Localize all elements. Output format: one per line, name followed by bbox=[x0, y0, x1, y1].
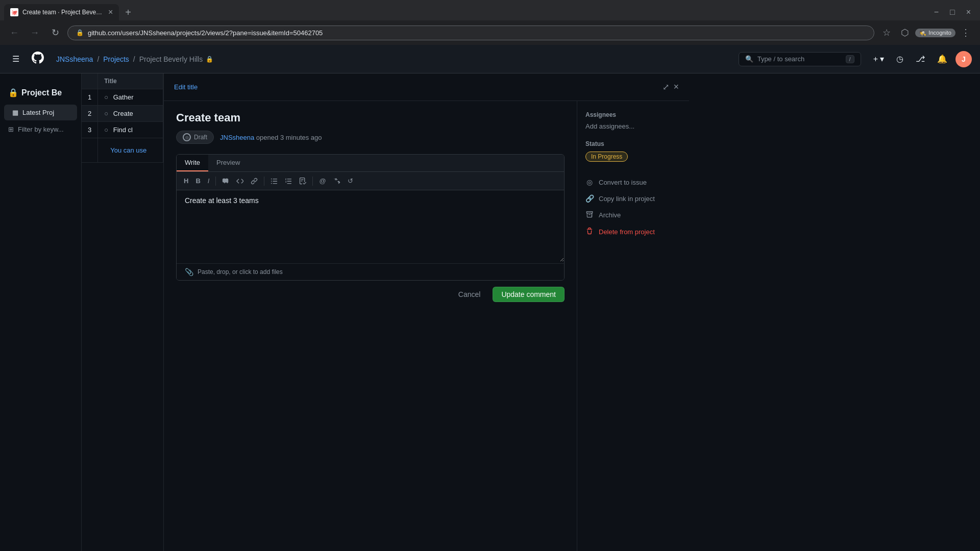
row-title-2[interactable]: ○ Create bbox=[98, 106, 163, 122]
github-logo[interactable] bbox=[32, 52, 44, 67]
editor-textarea[interactable]: Create at least 3 teams bbox=[177, 190, 564, 262]
convert-icon: ◎ bbox=[585, 178, 594, 186]
assignees-label: Assignees bbox=[585, 111, 681, 118]
archive-icon bbox=[585, 211, 594, 219]
convert-to-issue-action[interactable]: ◎ Convert to issue bbox=[585, 174, 681, 190]
write-tab[interactable]: Write bbox=[177, 155, 208, 171]
hamburger-icon: ☰ bbox=[12, 54, 19, 64]
issue-meta: ◎ Draft JNSsheena opened 3 minutes ago bbox=[176, 131, 565, 144]
mention-button[interactable]: @ bbox=[316, 175, 329, 187]
detail-body: Create team ◎ Draft JNSsheena opened 3 m… bbox=[164, 101, 689, 551]
project-header: 🔒 Project Be bbox=[0, 82, 81, 104]
star-button[interactable]: ☆ bbox=[878, 24, 895, 41]
cancel-button[interactable]: Cancel bbox=[452, 287, 487, 302]
issue-author[interactable]: JNSsheena bbox=[220, 134, 254, 141]
expand-button[interactable]: ⤢ bbox=[663, 82, 669, 92]
tab-favicon: 🐙 bbox=[10, 8, 18, 16]
trash-icon bbox=[585, 228, 594, 236]
forward-button[interactable]: → bbox=[27, 24, 43, 41]
status-badge[interactable]: In Progress bbox=[585, 152, 681, 162]
address-bar[interactable]: 🔒 github.com/users/JNSsheena/projects/2/… bbox=[67, 26, 874, 40]
quote-button[interactable] bbox=[219, 176, 232, 187]
add-item-row[interactable]: You can use bbox=[82, 138, 163, 163]
status-section: Status In Progress bbox=[585, 140, 681, 162]
maximize-button[interactable]: □ bbox=[945, 6, 960, 19]
copy-link-action[interactable]: 🔗 Copy link in project bbox=[585, 190, 681, 207]
archive-label: Archive bbox=[599, 211, 621, 219]
project-title-text: Project Be bbox=[21, 88, 62, 97]
table-row[interactable]: 1 ○ Gather bbox=[82, 89, 163, 106]
table-row[interactable]: 3 ○ Find cl bbox=[82, 122, 163, 138]
item-icon-1: ○ bbox=[104, 93, 108, 101]
table-row[interactable]: 2 ○ Create bbox=[82, 106, 163, 122]
preview-tab[interactable]: Preview bbox=[208, 155, 248, 171]
header-actions: + ▾ ◷ ⎇ 🔔 J bbox=[869, 51, 972, 67]
draft-badge: ◎ Draft bbox=[176, 131, 214, 144]
item-icon-3: ○ bbox=[104, 126, 108, 134]
new-tab-button[interactable]: + bbox=[121, 5, 135, 20]
row-num-1: 1 bbox=[82, 89, 98, 106]
close-window-button[interactable]: × bbox=[961, 6, 976, 19]
browser-controls: ← → ↻ 🔒 github.com/users/JNSsheena/proje… bbox=[0, 20, 980, 45]
pull-request-button[interactable]: ⎇ bbox=[912, 52, 929, 66]
tab-title: Create team · Project Beverly H... bbox=[22, 9, 104, 16]
browser-window: 🐙 Create team · Project Beverly H... × +… bbox=[0, 0, 980, 551]
browser-actions: ☆ ⬡ 🕵 Incognito ⋮ bbox=[878, 24, 974, 41]
filter-bar[interactable]: ⊞ Filter by keyw... bbox=[0, 121, 81, 137]
notifications-button[interactable]: 🔔 bbox=[933, 52, 951, 66]
create-new-button[interactable]: + ▾ bbox=[869, 52, 888, 66]
sidebar-actions: ◎ Convert to issue 🔗 Copy link in projec… bbox=[585, 174, 681, 240]
row-title-text-1: Gather bbox=[113, 93, 134, 101]
delete-label: Delete from project bbox=[599, 228, 655, 236]
item-icon-2: ○ bbox=[104, 110, 108, 117]
sidebar-item-label: Latest Proj bbox=[22, 109, 54, 116]
minimize-button[interactable]: − bbox=[929, 6, 944, 19]
delete-from-project-action[interactable]: Delete from project bbox=[585, 223, 681, 240]
italic-button[interactable]: I bbox=[205, 175, 213, 187]
undo-button[interactable]: ↺ bbox=[345, 175, 356, 187]
code-button[interactable] bbox=[233, 176, 247, 187]
task-list-button[interactable] bbox=[296, 176, 309, 187]
col-title[interactable]: Title bbox=[98, 73, 163, 89]
timer-button[interactable]: ◷ bbox=[892, 52, 908, 66]
hamburger-menu-button[interactable]: ☰ bbox=[8, 52, 23, 66]
search-icon: 🔍 bbox=[745, 55, 753, 63]
project-title: 🔒 Project Be bbox=[8, 88, 73, 97]
archive-action[interactable]: Archive bbox=[585, 207, 681, 223]
project-lock-icon: 🔒 bbox=[206, 56, 213, 63]
draft-icon: ◎ bbox=[183, 133, 191, 141]
link-button[interactable] bbox=[248, 176, 261, 187]
editor-actions: Cancel Update comment bbox=[176, 287, 565, 302]
edit-title-button[interactable]: Edit title bbox=[174, 83, 198, 91]
reload-button[interactable]: ↻ bbox=[47, 24, 63, 41]
avatar[interactable]: J bbox=[955, 51, 972, 67]
breadcrumb-user[interactable]: JNSsheena bbox=[56, 55, 93, 63]
plus-chevron-icon: ▾ bbox=[880, 54, 884, 64]
filter-text: Filter by keyw... bbox=[18, 126, 64, 133]
bullet-list-button[interactable] bbox=[267, 176, 281, 187]
row-title-1[interactable]: ○ Gather bbox=[98, 89, 163, 106]
reference-button[interactable] bbox=[330, 176, 344, 187]
inbox-icon: 🔔 bbox=[937, 54, 947, 64]
add-item-text[interactable]: You can use bbox=[104, 142, 157, 158]
assignees-section: Assignees Add assignees... bbox=[585, 111, 681, 130]
editor-tabs: Write Preview bbox=[177, 155, 564, 172]
bold-button[interactable]: B bbox=[192, 175, 203, 187]
numbered-list-button[interactable] bbox=[282, 176, 295, 187]
window-controls: − □ × bbox=[929, 6, 976, 19]
more-options-button[interactable]: ⋮ bbox=[958, 24, 974, 41]
assignees-value[interactable]: Add assignees... bbox=[585, 122, 681, 130]
close-pane-button[interactable]: × bbox=[673, 82, 679, 92]
extensions-button[interactable]: ⬡ bbox=[897, 24, 913, 41]
heading-button[interactable]: H bbox=[181, 175, 191, 187]
row-title-3[interactable]: ○ Find cl bbox=[98, 122, 163, 138]
breadcrumb-projects[interactable]: Projects bbox=[103, 55, 129, 63]
github-search[interactable]: 🔍 Type / to search / bbox=[739, 52, 861, 66]
plus-icon: + bbox=[873, 55, 878, 64]
active-tab[interactable]: 🐙 Create team · Project Beverly H... × bbox=[4, 4, 119, 20]
sidebar-item-latest-project[interactable]: ▦ Latest Proj bbox=[4, 105, 77, 120]
tab-close-button[interactable]: × bbox=[108, 8, 113, 16]
table-view-icon: ▦ bbox=[12, 109, 18, 116]
update-comment-button[interactable]: Update comment bbox=[493, 287, 565, 302]
back-button[interactable]: ← bbox=[6, 24, 22, 41]
